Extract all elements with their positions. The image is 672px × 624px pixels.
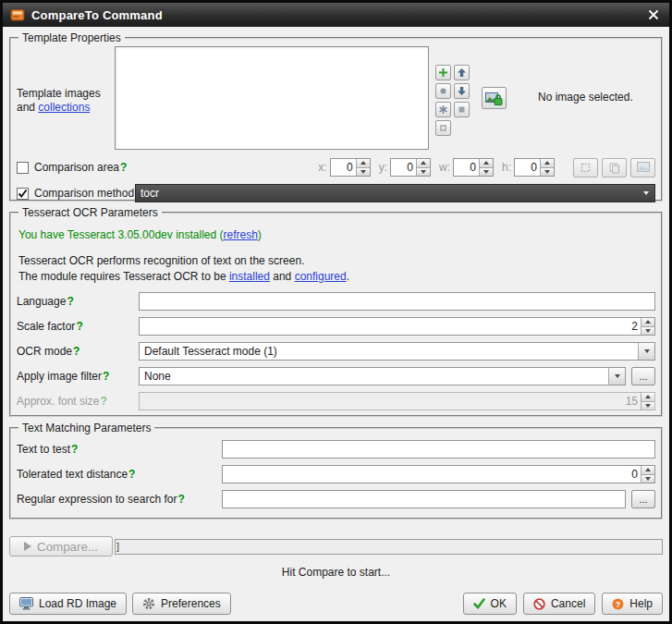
up-arrow-icon (457, 67, 467, 78)
move-down-button[interactable] (454, 83, 470, 99)
combo-dropdown-button[interactable] (638, 185, 654, 202)
checkmark-icon (18, 189, 28, 199)
spin-down-button[interactable] (480, 167, 493, 177)
spin-down-button[interactable] (417, 167, 430, 177)
load-rd-image-label: Load RD Image (39, 597, 116, 610)
spinner-buttons (641, 466, 654, 483)
image-filter-label: Apply image filter? (17, 370, 139, 383)
x-spinner[interactable]: 0 (330, 158, 371, 177)
comparison-method-label-text: Comparison method (34, 187, 134, 200)
remove-image-button[interactable] (454, 102, 470, 117)
image-filter-combo[interactable]: None (139, 367, 626, 385)
h-spinner[interactable]: 0 (514, 158, 555, 177)
scale-factor-spinner[interactable]: 2 (139, 317, 655, 336)
preferences-button[interactable]: Preferences (132, 593, 231, 615)
collections-link[interactable]: collections (38, 101, 90, 114)
regex-label-text: Regular expression to search for (17, 493, 177, 506)
description-period: . (347, 270, 349, 283)
select-area-button[interactable] (573, 158, 598, 177)
spin-down-button[interactable] (641, 326, 654, 336)
comparison-method-combo[interactable]: tocr (135, 184, 655, 202)
ocr-mode-combo[interactable]: Default Tesseract mode (1) (139, 342, 655, 361)
spin-up-button[interactable] (357, 159, 370, 167)
compare-button-label: Compare... (37, 540, 98, 554)
spin-up-button[interactable] (480, 159, 493, 167)
help-marker: ? (76, 320, 82, 333)
image-lock-button[interactable] (482, 87, 507, 109)
text-to-test-label-text: Text to test (17, 443, 70, 456)
language-input[interactable] (139, 292, 655, 311)
font-size-spinner[interactable]: 15 (139, 392, 655, 410)
spin-down-icon (544, 170, 550, 174)
paste-area-button[interactable] (630, 158, 655, 177)
combo-dropdown-button[interactable] (608, 368, 625, 385)
crosshair-icon (580, 162, 592, 174)
refresh-link[interactable]: refresh (223, 228, 257, 241)
spin-down-icon (360, 170, 366, 174)
compare-button[interactable]: Compare... (9, 536, 113, 557)
text-to-test-label: Text to test? (17, 443, 222, 456)
cancel-button[interactable]: Cancel (523, 593, 595, 615)
comparison-area-checkbox[interactable] (17, 162, 29, 174)
status-text: You have Tesseract 3.05.00dev installed … (18, 228, 223, 241)
spinner-buttons (416, 159, 430, 176)
spin-down-button[interactable] (541, 167, 554, 177)
compare-row: Compare... ] (9, 536, 663, 557)
ok-button[interactable]: OK (463, 593, 517, 615)
tesseract-parameters-group: Tesseract OCR Parameters You have Tesser… (9, 206, 663, 417)
ocr-mode-value: Default Tesseract mode (1) (140, 343, 638, 360)
chevron-down-icon (644, 349, 650, 353)
y-spinner[interactable]: 0 (390, 158, 431, 177)
regex-input[interactable] (222, 490, 626, 508)
help-button[interactable]: ? Help (602, 593, 663, 615)
move-up-button[interactable] (454, 65, 470, 80)
preferences-label: Preferences (161, 597, 221, 610)
image-icon (637, 162, 650, 173)
tesseract-legend: Tesseract OCR Parameters (18, 206, 162, 219)
spin-up-button[interactable] (417, 159, 430, 167)
comparison-method-checkbox[interactable] (17, 188, 29, 200)
ocr-mode-row: OCR mode? Default Tesseract mode (1) (17, 342, 655, 361)
text-distance-value: 0 (223, 466, 641, 483)
w-spinner[interactable]: 0 (453, 158, 494, 177)
template-properties-legend: Template Properties (18, 31, 125, 44)
spin-up-icon (360, 161, 366, 165)
progress-text: ] (116, 541, 119, 552)
filter-more-button[interactable]: ... (631, 367, 655, 385)
tesseract-description-line2: The module requires Tesseract OCR to be … (18, 269, 655, 284)
regex-more-button[interactable]: ... (631, 490, 655, 508)
spin-up-icon (544, 161, 550, 165)
spin-up-button[interactable] (641, 318, 654, 326)
spin-up-button[interactable] (641, 466, 654, 474)
edit-image-button[interactable] (435, 120, 451, 136)
spin-up-button[interactable] (541, 159, 554, 167)
cancel-icon (533, 598, 545, 610)
spin-down-button[interactable] (641, 401, 654, 410)
template-properties-group: Template Properties Template images and … (9, 31, 663, 202)
template-image-list[interactable] (115, 46, 429, 150)
text-distance-spinner[interactable]: 0 (222, 465, 655, 483)
text-to-test-input[interactable] (222, 440, 655, 459)
load-rd-image-button[interactable]: Load RD Image (9, 593, 127, 615)
configured-link[interactable]: configured (295, 270, 347, 283)
select-image-button[interactable] (435, 83, 451, 99)
compare-hint: Hit Compare to start... (9, 566, 663, 579)
combo-dropdown-button[interactable] (638, 343, 654, 360)
description-and: and (270, 270, 295, 283)
area-buttons (573, 158, 655, 177)
copy-area-button[interactable] (602, 158, 627, 177)
installed-link[interactable]: installed (229, 270, 270, 283)
scale-factor-label: Scale factor? (17, 320, 139, 333)
spin-down-icon (645, 329, 651, 333)
add-image-button[interactable] (435, 65, 451, 80)
spin-up-button[interactable] (641, 393, 654, 401)
help-marker: ? (71, 443, 78, 456)
help-label: Help (629, 597, 653, 610)
spin-down-button[interactable] (641, 474, 654, 483)
tesseract-description-line1: Tesseract OCR performs recognition of te… (18, 253, 655, 268)
capture-image-button[interactable] (435, 102, 451, 117)
language-label: Language? (17, 295, 139, 308)
close-button[interactable] (645, 6, 662, 23)
spinner-buttons (540, 159, 554, 176)
spin-down-button[interactable] (357, 167, 370, 177)
